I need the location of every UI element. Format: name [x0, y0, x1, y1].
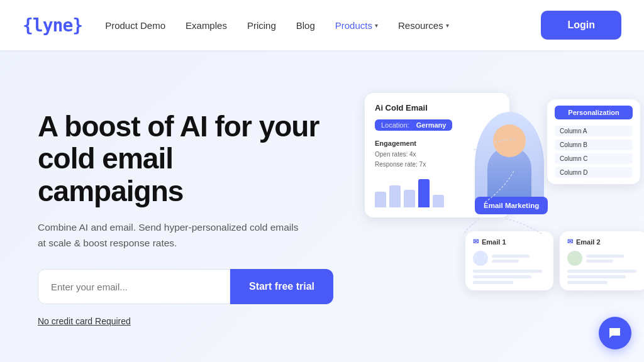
- hero-section: A boost of AI for your cold email campai…: [0, 50, 644, 362]
- nav-link-resources[interactable]: Resources ▾: [398, 20, 449, 31]
- logo-text: {lyne}: [23, 15, 82, 36]
- no-credit-card-link[interactable]: No credit card Required: [38, 316, 131, 326]
- login-button[interactable]: Login: [541, 11, 621, 40]
- hero-illustration: Ai Cold Email Location: Germany Engageme…: [352, 87, 606, 351]
- email-form: Start free trial: [38, 269, 333, 304]
- email-2-lines: [567, 270, 640, 284]
- column-b: Column B: [555, 140, 633, 150]
- email-1-lines: [473, 270, 546, 284]
- bar-4: [418, 179, 430, 207]
- hero-content: A boost of AI for your cold email campai…: [38, 111, 352, 327]
- chevron-down-icon: ▾: [375, 22, 378, 29]
- navbar: {lyne} Product Demo Examples Pricing Blo…: [0, 0, 644, 50]
- avatar: [567, 251, 582, 266]
- location-badge: Location: Germany: [375, 119, 452, 131]
- bar-1: [375, 192, 386, 207]
- column-c: Column C: [555, 153, 633, 164]
- chat-icon: [608, 326, 623, 341]
- email-icon: ✉: [473, 238, 479, 246]
- email-marketing-badge: Email Marketing: [475, 197, 548, 214]
- nav-link-product-demo[interactable]: Product Demo: [105, 20, 165, 31]
- ai-cold-email-title: Ai Cold Email: [375, 103, 499, 112]
- email-icon: ✉: [567, 238, 573, 246]
- nav-link-products[interactable]: Products ▾: [335, 20, 378, 31]
- nav-link-blog[interactable]: Blog: [296, 20, 315, 31]
- logo[interactable]: {lyne}: [23, 15, 82, 36]
- avatar: [473, 251, 488, 266]
- chat-bubble-button[interactable]: [599, 317, 631, 349]
- email-input[interactable]: [38, 269, 230, 304]
- hero-heading: A boost of AI for your cold email campai…: [38, 111, 352, 208]
- chevron-down-icon: ▾: [446, 22, 449, 29]
- bar-3: [404, 190, 415, 207]
- email-1-card: ✉ Email 1: [465, 231, 553, 290]
- column-a: Column A: [555, 126, 633, 136]
- column-list: Column A Column B Column C Column D: [555, 126, 633, 178]
- personalization-card: Personalization Column A Column B Column…: [547, 99, 640, 184]
- bar-2: [389, 185, 401, 207]
- nav-links: Product Demo Examples Pricing Blog Produ…: [105, 20, 541, 31]
- person-head: [493, 124, 526, 157]
- start-free-trial-button[interactable]: Start free trial: [230, 269, 333, 304]
- nav-link-examples[interactable]: Examples: [186, 20, 227, 31]
- column-d: Column D: [555, 167, 633, 178]
- nav-link-pricing[interactable]: Pricing: [247, 20, 276, 31]
- hero-subtext: Combine AI and email. Send hyper-persona…: [38, 220, 302, 251]
- bar-5: [433, 195, 444, 207]
- email-2-card: ✉ Email 2: [560, 231, 644, 290]
- personalization-badge: Personalization: [555, 106, 633, 119]
